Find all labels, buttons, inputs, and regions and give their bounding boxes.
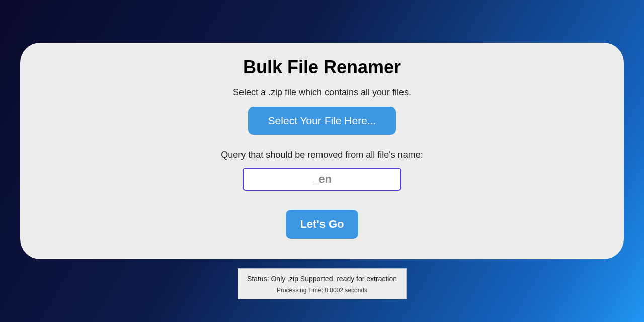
select-file-button[interactable]: Select Your File Here... [248, 107, 396, 135]
page-title: Bulk File Renamer [40, 57, 604, 78]
status-line: Status: Only .zip Supported, ready for e… [244, 275, 401, 283]
status-value: Only .zip Supported, ready for extractio… [271, 275, 397, 283]
status-box: Status: Only .zip Supported, ready for e… [238, 268, 407, 299]
main-card: Bulk File Renamer Select a .zip file whi… [20, 43, 624, 259]
query-input[interactable] [243, 168, 401, 191]
timing-value: 0.0002 seconds [325, 287, 367, 294]
subtitle-text: Select a .zip file which contains all yo… [40, 87, 604, 98]
go-button[interactable]: Let's Go [286, 210, 358, 239]
status-label: Status [247, 275, 267, 283]
query-label: Query that should be removed from all fi… [40, 150, 604, 160]
timing-line: Processing Time: 0.0002 seconds [244, 287, 401, 294]
timing-label: Processing Time [277, 287, 321, 294]
